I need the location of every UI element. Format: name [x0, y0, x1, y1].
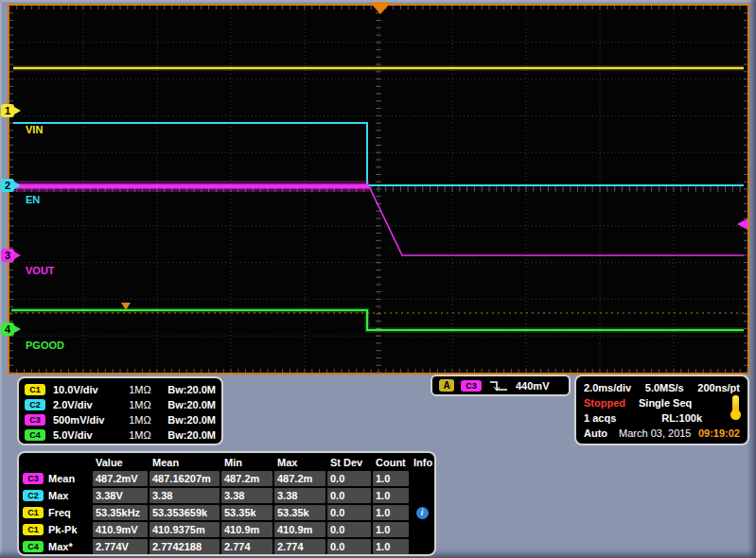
channel-ref-arrow-icon	[14, 107, 21, 114]
measurement-max: 410.9m	[274, 522, 325, 537]
channel-scale: 10.0V/div	[53, 384, 129, 395]
trigger-source-badge[interactable]: C3	[461, 380, 482, 392]
measurements-panel: Value Mean Min Max St Dev Count Info C3 …	[17, 451, 436, 556]
channel-scale: 500mV/div	[53, 414, 129, 426]
measurement-info	[411, 471, 433, 486]
measurement-value: 53.35kHz	[93, 505, 148, 520]
time-label: 09:19:02	[698, 427, 740, 439]
measurement-mean: 2.7742188	[149, 539, 220, 554]
measurement-name: Max*	[48, 541, 73, 552]
thermometer-icon	[732, 395, 739, 413]
measurement-name: Mean	[48, 473, 75, 484]
channel-scale: 2.0V/div	[53, 399, 129, 410]
channel-badge-c1[interactable]: C1	[23, 524, 44, 535]
measurement-count: 1.0	[373, 505, 409, 520]
channel-settings-row-c3: C3 500mV/div 1MΩ Bw:20.0M	[25, 412, 216, 427]
measurement-info	[411, 539, 433, 554]
channel-bandwidth: Bw:20.0M	[167, 414, 216, 426]
meas-header-count: Count	[373, 456, 409, 469]
timebase-row: 2.0ms/div 5.0MS/s 200ns/pt	[584, 380, 740, 395]
measurement-value: 487.2mV	[93, 471, 148, 486]
channel-badge-c4[interactable]: C4	[23, 541, 44, 552]
measurement-name: Freq	[48, 507, 71, 518]
measurement-value: 2.774V	[93, 539, 148, 554]
channel-settings-row-c1: C1 10.0V/div 1MΩ Bw:20.0M	[25, 382, 216, 397]
measurement-max: 2.774	[274, 539, 325, 554]
measurement-stdev: 0.0	[327, 488, 371, 503]
record-length: RL:100k	[661, 412, 702, 424]
measurement-stdev: 0.0	[327, 522, 371, 537]
channel-ref-number: 2	[5, 180, 10, 191]
channel-badge-c2[interactable]: C2	[25, 399, 45, 410]
channel-badge-c1[interactable]: C1	[23, 507, 44, 518]
measurement-min: 53.35k	[221, 505, 273, 520]
meas-header-mean: Mean	[149, 456, 220, 469]
measurement-min: 487.2m	[221, 471, 273, 486]
trigger-system-badge[interactable]: A	[439, 379, 454, 392]
channel-badge-c3[interactable]: C3	[23, 473, 44, 484]
trace-vout-tail	[369, 186, 744, 255]
measurement-max: 53.35k	[274, 505, 325, 520]
channel-impedance: 1MΩ	[129, 414, 167, 426]
channel-badge-c1[interactable]: C1	[25, 384, 45, 395]
channel-scale: 5.0V/div	[53, 429, 129, 441]
channel-badge-c2[interactable]: C2	[23, 490, 44, 501]
trace-label-vin: VIN	[26, 124, 43, 135]
channel-impedance: 1MΩ	[129, 399, 167, 410]
trace-glow	[11, 310, 744, 330]
measurements-table: Value Mean Min Max St Dev Count Info C3 …	[23, 456, 431, 554]
falling-edge-icon	[488, 379, 509, 392]
measurement-row-label: C3 Mean	[23, 471, 91, 486]
measurement-min: 3.38	[221, 488, 273, 503]
channel-bandwidth: Bw:20.0M	[167, 399, 216, 410]
acq-count: 1 acqs	[584, 412, 616, 424]
datetime-row: Auto March 03, 2015 09:19:02	[584, 426, 740, 441]
channel-settings-row-c2: C2 2.0V/div 1MΩ Bw:20.0M	[25, 397, 216, 412]
meas-header-min: Min	[221, 456, 273, 469]
info-icon[interactable]: i	[416, 507, 429, 519]
acq-sequence-mode: Single Seq	[639, 397, 692, 409]
measurement-row-label: C1 Pk-Pk	[23, 522, 91, 537]
acq-status: Stopped	[584, 397, 625, 409]
measurement-min: 2.774	[221, 539, 273, 554]
channel-impedance: 1MΩ	[129, 429, 167, 441]
trace-pgood	[11, 310, 744, 330]
measurement-row-label: C2 Max	[23, 488, 91, 503]
measurement-max: 487.2m	[274, 471, 325, 486]
trigger-level-icon[interactable]	[737, 218, 747, 230]
date-label: March 03, 2015	[619, 427, 691, 439]
channel-settings-row-c4: C4 5.0V/div 1MΩ Bw:20.0M	[25, 427, 216, 443]
meas-header-value: Value	[93, 456, 148, 469]
measurement-max: 3.38	[274, 488, 325, 503]
measurement-mean: 53.353659k	[149, 505, 220, 520]
sample-rate: 5.0MS/s	[645, 382, 684, 393]
measurement-mean: 487.16207m	[149, 471, 220, 486]
channel-ref-arrow-icon	[14, 325, 21, 333]
measurement-row-label: C4 Max*	[23, 539, 91, 554]
measurement-value: 3.38V	[93, 488, 148, 503]
channel-badge-c4[interactable]: C4	[25, 429, 45, 441]
channel-impedance: 1MΩ	[129, 384, 167, 395]
channel-badge-c3[interactable]: C3	[25, 414, 45, 426]
trigger-position-icon[interactable]	[373, 2, 388, 14]
measurement-value: 410.9mV	[93, 522, 148, 537]
measurement-count: 1.0	[373, 488, 409, 503]
measurement-count: 1.0	[373, 522, 409, 537]
measurement-info	[411, 522, 433, 537]
waveform-svg: 1VIN2EN3VOUT4PGOOD	[9, 6, 747, 373]
trace-label-pgood: PGOOD	[26, 340, 64, 351]
timebase-scale: 2.0ms/div	[584, 382, 631, 393]
measurement-stdev: 0.0	[327, 539, 371, 554]
oscilloscope-screen: 1VIN2EN3VOUT4PGOOD C1 10.0V/div 1MΩ Bw:2…	[0, 0, 756, 558]
trigger-level: 440mV	[516, 380, 549, 392]
measurement-stdev: 0.0	[327, 505, 371, 520]
channel-ref-number: 4	[5, 323, 11, 335]
measurement-name: Max	[48, 490, 68, 501]
measurement-count: 1.0	[373, 539, 409, 554]
channel-ref-number: 1	[5, 105, 10, 116]
acquisition-panel: 2.0ms/div 5.0MS/s 200ns/pt Stopped Singl…	[574, 375, 749, 445]
acq-count-row: 1 acqs RL:100k	[584, 410, 740, 426]
measurement-row-label: C1 Freq	[23, 505, 91, 520]
measurement-count: 1.0	[373, 471, 409, 486]
measurement-mean: 410.9375m	[149, 522, 220, 537]
